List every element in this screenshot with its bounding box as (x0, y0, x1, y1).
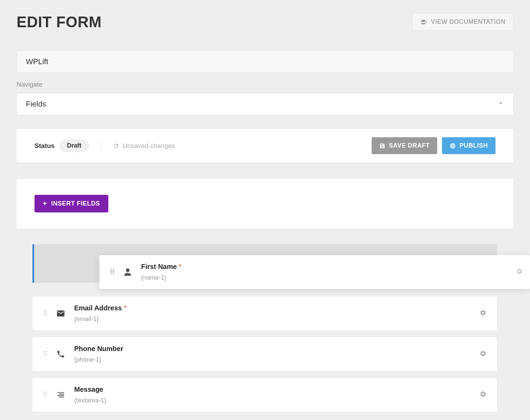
page-title: EDIT FORM (17, 13, 101, 31)
drag-handle-icon[interactable]: ⠿ (43, 350, 49, 358)
chevron-down-icon (497, 100, 504, 109)
drag-handle-icon[interactable]: ⠿ (110, 268, 116, 276)
field-card[interactable]: ⠿ Phone Number {phone-1} (32, 337, 497, 371)
status-bar: Status Draft Unsaved changes SAVE DRAFT … (17, 129, 513, 162)
drag-handle-icon[interactable]: ⠿ (43, 309, 49, 318)
field-card[interactable]: ⠿ Message {textarea-1} (32, 378, 497, 412)
plus-icon: + (43, 200, 47, 208)
field-slug: {email-1} (74, 316, 480, 323)
view-documentation-button[interactable]: VIEW DOCUMENTATION (412, 13, 513, 31)
navigate-select[interactable]: Fields (17, 93, 513, 115)
save-draft-button[interactable]: SAVE DRAFT (372, 137, 438, 154)
required-star: * (124, 304, 126, 312)
field-label: Phone Number (74, 345, 123, 353)
field-label: Message (74, 386, 104, 393)
field-settings-button[interactable] (480, 309, 487, 318)
unsaved-changes: Unsaved changes (113, 142, 175, 150)
form-name-input[interactable] (17, 51, 513, 73)
insert-fields-button[interactable]: + INSERT FIELDS (35, 195, 108, 212)
gear-icon (480, 391, 487, 398)
navigate-label: Navigate (17, 81, 513, 88)
field-slug: {phone-1} (74, 356, 480, 363)
form-canvas: ⠿ First Name * {name-1} ⠿ Email Address … (17, 228, 513, 412)
field-card-dragging[interactable]: ⠿ First Name * {name-1} (99, 255, 530, 289)
save-icon (379, 143, 385, 149)
status-pill: Draft (59, 139, 89, 152)
refresh-icon (113, 143, 119, 149)
gear-icon (480, 309, 487, 316)
field-settings-button[interactable] (480, 350, 487, 358)
field-settings-button[interactable] (480, 391, 487, 399)
drag-handle-icon[interactable]: ⠿ (43, 391, 49, 399)
gear-icon (516, 268, 523, 275)
gear-icon (480, 350, 487, 357)
field-label: First Name (141, 263, 177, 271)
graduation-cap-icon (420, 19, 427, 26)
field-card[interactable]: ⠿ Email Address * {email-1} (32, 297, 497, 330)
required-star: * (179, 263, 181, 270)
navigate-value: Fields (26, 100, 46, 109)
field-label: Email Address (74, 304, 122, 312)
status-label: Status (35, 142, 55, 150)
divider (101, 140, 101, 152)
field-slug: {textarea-1} (74, 397, 480, 404)
view-documentation-label: VIEW DOCUMENTATION (431, 18, 506, 26)
user-icon (123, 268, 132, 277)
textarea-icon (56, 390, 65, 399)
field-settings-button[interactable] (516, 268, 523, 276)
mail-icon (56, 309, 65, 318)
insert-bar: + INSERT FIELDS (17, 179, 513, 228)
publish-button[interactable]: PUBLISH (442, 137, 495, 154)
globe-icon (450, 143, 456, 149)
field-slug: {name-1} (141, 274, 516, 281)
phone-icon (56, 350, 65, 359)
